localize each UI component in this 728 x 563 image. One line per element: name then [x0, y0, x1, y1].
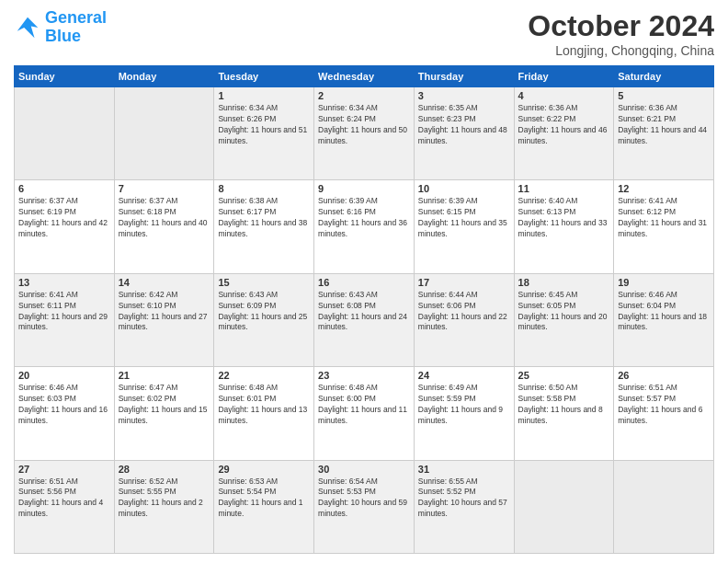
calendar-cell	[614, 460, 714, 553]
calendar-cell: 10Sunrise: 6:39 AM Sunset: 6:15 PM Dayli…	[414, 180, 514, 273]
weekday-header-thursday: Thursday	[414, 66, 514, 87]
day-number: 19	[618, 277, 710, 288]
cell-info: Sunrise: 6:55 AM Sunset: 5:52 PM Dayligh…	[418, 477, 510, 521]
day-number: 3	[418, 90, 510, 101]
calendar-cell: 23Sunrise: 6:48 AM Sunset: 6:00 PM Dayli…	[314, 367, 415, 460]
cell-info: Sunrise: 6:45 AM Sunset: 6:05 PM Dayligh…	[518, 290, 610, 334]
cell-info: Sunrise: 6:51 AM Sunset: 5:56 PM Dayligh…	[18, 477, 110, 521]
day-number: 31	[418, 464, 510, 475]
cell-info: Sunrise: 6:37 AM Sunset: 6:18 PM Dayligh…	[119, 196, 210, 240]
calendar-cell: 12Sunrise: 6:41 AM Sunset: 6:12 PM Dayli…	[614, 180, 714, 273]
cell-info: Sunrise: 6:39 AM Sunset: 6:15 PM Dayligh…	[418, 196, 510, 240]
day-number: 6	[18, 183, 110, 194]
calendar-cell: 18Sunrise: 6:45 AM Sunset: 6:05 PM Dayli…	[514, 273, 614, 366]
day-number: 27	[18, 464, 110, 475]
cell-info: Sunrise: 6:44 AM Sunset: 6:06 PM Dayligh…	[418, 290, 510, 334]
calendar-cell: 7Sunrise: 6:37 AM Sunset: 6:18 PM Daylig…	[114, 180, 214, 273]
calendar-cell	[514, 460, 614, 553]
cell-info: Sunrise: 6:36 AM Sunset: 6:21 PM Dayligh…	[618, 103, 710, 147]
calendar-cell: 16Sunrise: 6:43 AM Sunset: 6:08 PM Dayli…	[314, 273, 415, 366]
day-number: 23	[318, 370, 410, 381]
cell-info: Sunrise: 6:41 AM Sunset: 6:12 PM Dayligh…	[618, 196, 710, 240]
day-number: 9	[318, 183, 410, 194]
cell-info: Sunrise: 6:34 AM Sunset: 6:24 PM Dayligh…	[318, 103, 410, 147]
day-number: 2	[318, 90, 410, 101]
calendar-cell: 25Sunrise: 6:50 AM Sunset: 5:58 PM Dayli…	[514, 367, 614, 460]
calendar-cell: 14Sunrise: 6:42 AM Sunset: 6:10 PM Dayli…	[114, 273, 214, 366]
day-number: 22	[218, 370, 310, 381]
calendar-cell: 31Sunrise: 6:55 AM Sunset: 5:52 PM Dayli…	[414, 460, 514, 553]
calendar-cell: 1Sunrise: 6:34 AM Sunset: 6:26 PM Daylig…	[214, 87, 314, 180]
calendar-cell: 21Sunrise: 6:47 AM Sunset: 6:02 PM Dayli…	[114, 367, 214, 460]
calendar-cell	[114, 87, 214, 180]
cell-info: Sunrise: 6:43 AM Sunset: 6:08 PM Dayligh…	[318, 290, 410, 334]
cell-info: Sunrise: 6:34 AM Sunset: 6:26 PM Dayligh…	[218, 103, 310, 147]
calendar-week-row: 27Sunrise: 6:51 AM Sunset: 5:56 PM Dayli…	[15, 460, 714, 553]
calendar-cell: 8Sunrise: 6:38 AM Sunset: 6:17 PM Daylig…	[214, 180, 314, 273]
day-number: 21	[119, 370, 210, 381]
cell-info: Sunrise: 6:39 AM Sunset: 6:16 PM Dayligh…	[318, 196, 410, 240]
calendar-cell: 15Sunrise: 6:43 AM Sunset: 6:09 PM Dayli…	[214, 273, 314, 366]
calendar-cell: 29Sunrise: 6:53 AM Sunset: 5:54 PM Dayli…	[214, 460, 314, 553]
weekday-header-sunday: Sunday	[15, 66, 115, 87]
page: General Blue October 2024 Longjing, Chon…	[0, 0, 728, 563]
month-title: October 2024	[528, 9, 714, 43]
calendar-cell: 26Sunrise: 6:51 AM Sunset: 5:57 PM Dayli…	[614, 367, 714, 460]
day-number: 12	[618, 183, 710, 194]
weekday-header-monday: Monday	[114, 66, 214, 87]
calendar-cell: 4Sunrise: 6:36 AM Sunset: 6:22 PM Daylig…	[514, 87, 614, 180]
calendar-cell: 11Sunrise: 6:40 AM Sunset: 6:13 PM Dayli…	[514, 180, 614, 273]
day-number: 16	[318, 277, 410, 288]
cell-info: Sunrise: 6:54 AM Sunset: 5:53 PM Dayligh…	[318, 477, 410, 521]
calendar-cell: 28Sunrise: 6:52 AM Sunset: 5:55 PM Dayli…	[114, 460, 214, 553]
svg-marker-0	[17, 17, 39, 39]
cell-info: Sunrise: 6:46 AM Sunset: 6:03 PM Dayligh…	[18, 383, 110, 427]
calendar-cell: 6Sunrise: 6:37 AM Sunset: 6:19 PM Daylig…	[15, 180, 115, 273]
day-number: 5	[618, 90, 710, 101]
day-number: 20	[18, 370, 110, 381]
cell-info: Sunrise: 6:35 AM Sunset: 6:23 PM Dayligh…	[418, 103, 510, 147]
day-number: 17	[418, 277, 510, 288]
calendar-cell: 22Sunrise: 6:48 AM Sunset: 6:01 PM Dayli…	[214, 367, 314, 460]
calendar-cell: 13Sunrise: 6:41 AM Sunset: 6:11 PM Dayli…	[15, 273, 115, 366]
logo-icon	[14, 14, 41, 41]
calendar-week-row: 13Sunrise: 6:41 AM Sunset: 6:11 PM Dayli…	[15, 273, 714, 366]
calendar-cell: 3Sunrise: 6:35 AM Sunset: 6:23 PM Daylig…	[414, 87, 514, 180]
day-number: 25	[518, 370, 610, 381]
cell-info: Sunrise: 6:52 AM Sunset: 5:55 PM Dayligh…	[119, 477, 210, 521]
title-block: October 2024 Longjing, Chongqing, China	[528, 9, 714, 58]
weekday-header-wednesday: Wednesday	[314, 66, 415, 87]
cell-info: Sunrise: 6:50 AM Sunset: 5:58 PM Dayligh…	[518, 383, 610, 427]
day-number: 14	[119, 277, 210, 288]
cell-info: Sunrise: 6:36 AM Sunset: 6:22 PM Dayligh…	[518, 103, 610, 147]
day-number: 15	[218, 277, 310, 288]
cell-info: Sunrise: 6:48 AM Sunset: 6:01 PM Dayligh…	[218, 383, 310, 427]
cell-info: Sunrise: 6:42 AM Sunset: 6:10 PM Dayligh…	[119, 290, 210, 334]
day-number: 28	[119, 464, 210, 475]
calendar-cell: 27Sunrise: 6:51 AM Sunset: 5:56 PM Dayli…	[15, 460, 115, 553]
calendar-table: SundayMondayTuesdayWednesdayThursdayFrid…	[14, 65, 714, 554]
day-number: 11	[518, 183, 610, 194]
cell-info: Sunrise: 6:40 AM Sunset: 6:13 PM Dayligh…	[518, 196, 610, 240]
cell-info: Sunrise: 6:47 AM Sunset: 6:02 PM Dayligh…	[119, 383, 210, 427]
cell-info: Sunrise: 6:43 AM Sunset: 6:09 PM Dayligh…	[218, 290, 310, 334]
calendar-cell: 2Sunrise: 6:34 AM Sunset: 6:24 PM Daylig…	[314, 87, 415, 180]
cell-info: Sunrise: 6:53 AM Sunset: 5:54 PM Dayligh…	[218, 477, 310, 521]
day-number: 29	[218, 464, 310, 475]
location: Longjing, Chongqing, China	[528, 43, 714, 58]
day-number: 24	[418, 370, 510, 381]
cell-info: Sunrise: 6:48 AM Sunset: 6:00 PM Dayligh…	[318, 383, 410, 427]
cell-info: Sunrise: 6:37 AM Sunset: 6:19 PM Dayligh…	[18, 196, 110, 240]
day-number: 8	[218, 183, 310, 194]
cell-info: Sunrise: 6:46 AM Sunset: 6:04 PM Dayligh…	[618, 290, 710, 334]
calendar-cell: 24Sunrise: 6:49 AM Sunset: 5:59 PM Dayli…	[414, 367, 514, 460]
logo-text: General Blue	[45, 9, 107, 46]
weekday-header-saturday: Saturday	[614, 66, 714, 87]
calendar-week-row: 20Sunrise: 6:46 AM Sunset: 6:03 PM Dayli…	[15, 367, 714, 460]
day-number: 18	[518, 277, 610, 288]
calendar-cell: 30Sunrise: 6:54 AM Sunset: 5:53 PM Dayli…	[314, 460, 415, 553]
calendar-week-row: 1Sunrise: 6:34 AM Sunset: 6:26 PM Daylig…	[15, 87, 714, 180]
weekday-header-friday: Friday	[514, 66, 614, 87]
calendar-cell: 20Sunrise: 6:46 AM Sunset: 6:03 PM Dayli…	[15, 367, 115, 460]
weekday-header-row: SundayMondayTuesdayWednesdayThursdayFrid…	[15, 66, 714, 87]
